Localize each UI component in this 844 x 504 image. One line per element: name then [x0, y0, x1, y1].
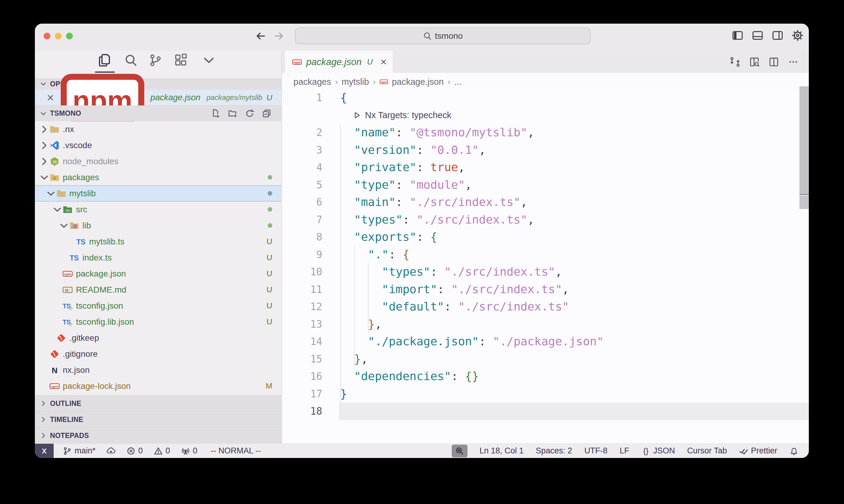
- split-editor-icon[interactable]: [769, 57, 779, 67]
- more-actions-icon[interactable]: [788, 57, 798, 67]
- activity-extensions-icon[interactable]: [174, 53, 188, 67]
- breadcrumb-item[interactable]: mytslib: [342, 77, 369, 87]
- code-line-text: "import": "./src/index.ts",: [340, 281, 569, 298]
- tree-item-package-json[interactable]: npmpackage.jsonU: [35, 266, 281, 282]
- layout-panel-icon[interactable]: [752, 30, 763, 41]
- git-status-dot: [268, 175, 272, 180]
- code-line-16: 16 "dependencies": {}: [282, 368, 809, 385]
- close-icon[interactable]: [46, 94, 55, 102]
- status-item[interactable]: [106, 447, 116, 455]
- activity-search-icon[interactable]: [124, 53, 138, 67]
- new-folder-icon[interactable]: [228, 109, 237, 118]
- status-item[interactable]: 0: [154, 446, 170, 455]
- status-bar: main*000-- NORMAL -- Ln 18, Col 1Spaces:…: [35, 444, 809, 458]
- git-status-badge: U: [266, 269, 272, 278]
- svg-text:npm: npm: [381, 80, 386, 84]
- tree-item-tsconfig-json[interactable]: TStsconfig.jsonU: [35, 298, 281, 314]
- tree-item--nx[interactable]: .nx: [35, 121, 281, 137]
- settings-gear-icon[interactable]: [792, 30, 803, 41]
- status-item[interactable]: Cursor Tab: [687, 446, 727, 455]
- git-status-badge: U: [266, 301, 272, 310]
- command-center-search[interactable]: tsmono: [295, 28, 590, 44]
- codelens[interactable]: Nx Targets: typecheck: [353, 107, 451, 124]
- status-item[interactable]: main*: [63, 446, 96, 455]
- code-line-text: "./package.json": "./package.json": [340, 333, 604, 350]
- tree-item-packages[interactable]: packages: [35, 169, 281, 185]
- explorer-root-header[interactable]: TSMONO: [35, 105, 281, 121]
- timeline-section-header[interactable]: TIMELINE: [35, 411, 281, 427]
- history-back-button[interactable]: [255, 31, 266, 41]
- status-item[interactable]: Prettier: [739, 446, 777, 455]
- outline-section-header[interactable]: OUTLINE: [35, 395, 281, 411]
- open-preview-icon[interactable]: [749, 57, 760, 67]
- tab-package-json[interactable]: npm package.json U: [285, 51, 393, 73]
- collapse-all-icon[interactable]: [262, 109, 271, 118]
- tree-item-src[interactable]: </>src: [35, 201, 281, 217]
- minimize-window-button[interactable]: [55, 33, 62, 39]
- breadcrumb-item[interactable]: package.json: [392, 77, 444, 87]
- npm-icon: npm: [292, 57, 302, 67]
- git-icon: [49, 349, 60, 359]
- tree-item--vscode[interactable]: .vscode: [35, 137, 281, 153]
- chevron-down-icon: [40, 110, 47, 117]
- status-item[interactable]: [789, 447, 798, 455]
- tree-item-mytslib[interactable]: mytslib: [35, 185, 281, 201]
- close-window-button[interactable]: [44, 33, 50, 39]
- tree-item-lib[interactable]: lib: [35, 217, 281, 234]
- status-item[interactable]: {}JSON: [641, 446, 675, 455]
- tree-item-tsconfig-lib-json[interactable]: TStsconfig.lib.jsonU: [35, 314, 281, 330]
- git-status-badge: U: [266, 317, 272, 326]
- code-line-3: 3 "version": "0.0.1",: [282, 141, 809, 159]
- breadcrumb-item[interactable]: packages: [293, 77, 331, 87]
- codelens-row[interactable]: Nx Targets: typecheck: [282, 107, 809, 124]
- tree-item-mytslib-ts[interactable]: TSmytslib.tsU: [35, 234, 281, 250]
- chevron-right-icon: [39, 156, 49, 167]
- breadcrumb-item[interactable]: ...: [454, 77, 461, 87]
- activity-source-control-icon[interactable]: [149, 53, 162, 67]
- active-tab-underline: [95, 71, 115, 73]
- code-line-8: 8 "exports": {: [282, 228, 809, 246]
- close-tab-button[interactable]: [380, 57, 387, 66]
- editor-scrollbar[interactable]: [799, 86, 809, 194]
- explorer-root-title: TSMONO: [50, 109, 81, 118]
- new-file-icon[interactable]: [211, 109, 220, 118]
- maximize-window-button[interactable]: [66, 33, 73, 39]
- open-editor-item[interactable]: npmpackage.jsonpackages/mytslibU: [35, 90, 281, 105]
- ts-config-icon: TS: [63, 301, 73, 311]
- refresh-icon[interactable]: [245, 109, 254, 118]
- activity-explorer-icon[interactable]: [98, 53, 111, 67]
- status-item-label: LF: [620, 446, 630, 455]
- status-item[interactable]: LF: [620, 446, 630, 455]
- compare-changes-icon[interactable]: [730, 57, 740, 67]
- layout-sidebar-right-icon[interactable]: [772, 30, 783, 41]
- bell-icon: [789, 447, 798, 455]
- status-item[interactable]: UTF-8: [584, 446, 607, 455]
- tree-item-node-modules[interactable]: JSnode_modules: [35, 153, 281, 169]
- remote-indicator[interactable]: [35, 444, 54, 458]
- tree-item--gitignore[interactable]: .gitignore: [35, 346, 281, 362]
- activity-chevron-down-icon[interactable]: [202, 53, 216, 67]
- status-item-label: main*: [74, 446, 96, 455]
- breadcrumb: packages›mytslib›npmpackage.json›...: [282, 73, 809, 91]
- code-editor[interactable]: 1{Nx Targets: typecheck2 "name": "@tsmon…: [282, 91, 809, 444]
- history-forward-button[interactable]: [273, 31, 285, 41]
- layout-sidebar-left-icon[interactable]: [732, 30, 743, 41]
- tree-item-index-ts[interactable]: TSindex.tsU: [35, 250, 281, 266]
- status-item[interactable]: Ln 18, Col 1: [480, 446, 524, 455]
- folder-packages-icon: [49, 172, 60, 183]
- status-item[interactable]: Spaces: 2: [536, 446, 572, 455]
- status-item[interactable]: [452, 445, 467, 457]
- svg-text:N: N: [52, 365, 57, 375]
- notepads-section-header[interactable]: NOTEPADS: [35, 427, 281, 444]
- status-item[interactable]: -- NORMAL --: [211, 446, 261, 455]
- code-line-text: "name": "@tsmono/mytslib",: [340, 124, 534, 141]
- svg-text:TS: TS: [76, 238, 86, 246]
- open-editors-list: npmpackage.jsonpackages/mytslibU: [35, 90, 281, 105]
- tree-item--gitkeep[interactable]: .gitkeep: [35, 330, 281, 346]
- status-item[interactable]: 0: [181, 446, 197, 455]
- tree-item-readme-md[interactable]: M↓README.mdU: [35, 282, 281, 298]
- zoom-indicator[interactable]: [452, 445, 467, 457]
- status-item[interactable]: 0: [126, 446, 143, 455]
- tree-item-nx-json[interactable]: Nnx.json: [35, 362, 281, 378]
- tree-item-package-lock-json[interactable]: npmpackage-lock.jsonM: [35, 378, 281, 394]
